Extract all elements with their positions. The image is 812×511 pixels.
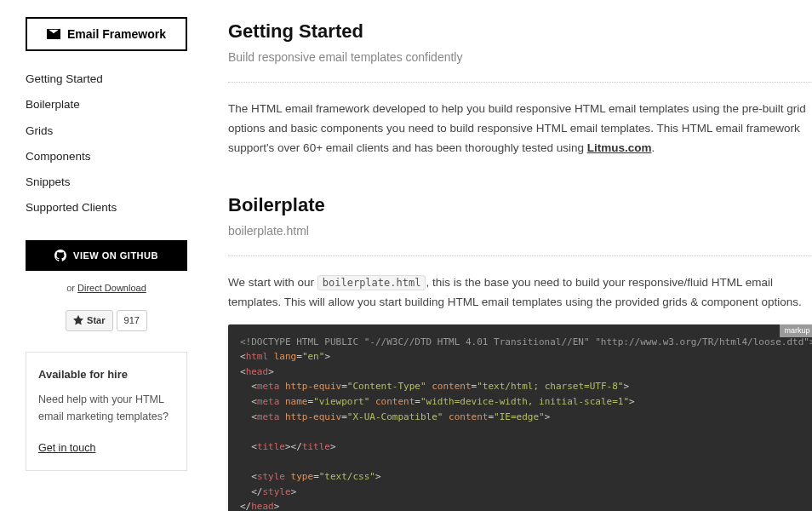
litmus-link[interactable]: Litmus.com [587,141,652,154]
code-language-tab: markup [780,324,813,338]
star-count[interactable]: 917 [117,310,147,331]
section-title: Getting Started [228,17,812,45]
hire-body: Need help with your HTML email marketing… [38,391,174,425]
github-star-widget: Star 917 [26,310,187,331]
hire-link[interactable]: Get in touch [38,442,95,454]
code-block[interactable]: <!DOCTYPE HTML PUBLIC "-//W3C//DTD HTML … [228,324,812,511]
nav-item-snippets[interactable]: Snippets [26,169,187,195]
main-content: Getting Started Build responsive email t… [187,17,812,511]
intro-paragraph: The HTML email framework developed to he… [228,100,812,158]
nav-item-boilerplate[interactable]: Boilerplate [26,92,187,118]
section-getting-started: Getting Started Build responsive email t… [228,17,812,158]
nav-item-supported-clients[interactable]: Supported Clients [26,195,187,221]
nav-list: Getting Started Boilerplate Grids Compon… [26,66,187,221]
section-subtitle: Build responsive email templates confide… [228,49,812,66]
divider [228,82,812,83]
nav-item-components[interactable]: Components [26,144,187,169]
section-title: Boilerplate [228,191,812,219]
view-on-github-button[interactable]: VIEW ON GITHUB [26,240,187,271]
star-button[interactable]: Star [66,310,112,331]
github-icon [54,250,66,261]
section-subtitle: boilerplate.html [228,222,812,240]
inline-code: boilerplate.html [317,275,426,290]
section-boilerplate: Boilerplate boilerplate.html We start wi… [228,191,812,511]
hire-title: Available for hire [38,366,174,383]
sidebar: Email Framework Getting Started Boilerpl… [26,17,187,511]
direct-download-link[interactable]: Direct Download [77,283,146,293]
logo-label: Email Framework [67,27,166,41]
boilerplate-paragraph: We start with our boilerplate.html, this… [228,273,812,313]
direct-download-text: or Direct Download [26,281,187,296]
star-icon [73,315,83,325]
hire-box: Available for hire Need help with your H… [26,352,187,472]
nav-item-grids[interactable]: Grids [26,118,187,144]
logo-button[interactable]: Email Framework [26,17,187,51]
nav-item-getting-started[interactable]: Getting Started [26,66,187,92]
divider [228,256,812,256]
code-wrapper: markup <!DOCTYPE HTML PUBLIC "-//W3C//DT… [228,324,812,511]
github-btn-label: VIEW ON GITHUB [73,250,158,261]
envelope-icon [47,29,60,39]
